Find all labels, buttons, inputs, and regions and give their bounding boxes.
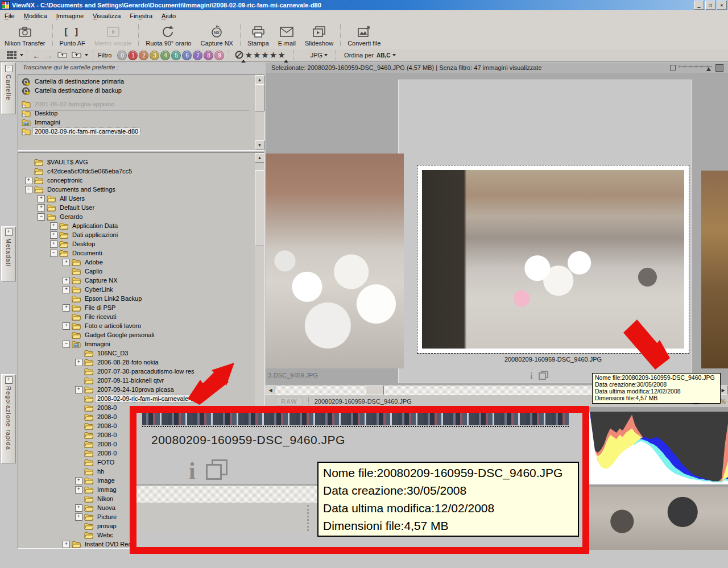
tree-item[interactable]: +Adobe: [18, 258, 264, 267]
number-badge-2[interactable]: 2: [139, 51, 148, 60]
menu-aiuto[interactable]: Aiuto: [157, 11, 180, 21]
tab-regolazione-rapida[interactable]: + Regolazione rapida: [1, 374, 16, 463]
favorite-item[interactable]: Immagini: [18, 118, 264, 127]
toolbar-button-nikon-transfer[interactable]: Nikon Transfer: [0, 22, 50, 49]
expand-icon[interactable]: +: [50, 231, 57, 239]
selected-photo-frame[interactable]: [417, 165, 689, 353]
tree-item[interactable]: +2007-07-30-paracadutismo-low res: [18, 367, 264, 376]
tree-item[interactable]: −Immagini: [18, 339, 264, 349]
format-filter-dropdown[interactable]: JPG: [311, 52, 322, 59]
scroll-left-icon[interactable]: ◀: [266, 385, 275, 395]
folder-up-icon[interactable]: [57, 51, 68, 60]
close-button[interactable]: ✕: [717, 1, 727, 10]
raw-toggle-button[interactable]: RAW: [276, 397, 303, 406]
format-filter-caret-icon[interactable]: [324, 54, 328, 56]
tree-item[interactable]: +Epson Link2 Backup: [18, 294, 264, 303]
number-badge-3[interactable]: 3: [150, 51, 159, 60]
toolbar-button-converti-file[interactable]: Converti file: [343, 22, 385, 49]
favorite-item[interactable]: 2008-02-09-ric-fam-mi-carnevale-d80: [18, 127, 264, 136]
tree-item[interactable]: −Documenti: [18, 248, 264, 258]
toolbar-button-e-mail[interactable]: E-mail: [274, 22, 300, 49]
back-arrow-icon[interactable]: ←: [32, 51, 41, 60]
menu-modifica[interactable]: Modifica: [19, 11, 52, 21]
number-badge-7[interactable]: 7: [193, 51, 202, 60]
tree-item[interactable]: +106NC_D3: [18, 349, 264, 358]
tree-item[interactable]: +Desktop: [18, 239, 264, 248]
tree-item[interactable]: +Capture NX: [18, 276, 264, 285]
tree-item[interactable]: +Gadget Google personali: [18, 330, 264, 339]
tree-item[interactable]: +File ricevuti: [18, 312, 264, 321]
toolbar-button-stampa[interactable]: Stampa: [243, 22, 274, 49]
tree-item[interactable]: +Dati applicazioni: [18, 230, 264, 239]
expand-icon[interactable]: +: [38, 204, 45, 212]
expand-icon[interactable]: +: [63, 286, 70, 293]
tree-item[interactable]: +Application Data: [18, 221, 264, 230]
menu-visualizza[interactable]: Visualizza: [88, 11, 125, 21]
thumbnail-photo-previous[interactable]: [266, 154, 404, 368]
expand-icon[interactable]: +: [75, 513, 82, 521]
favorite-item[interactable]: Cartella di destinazione primaria: [18, 77, 264, 86]
expand-icon[interactable]: +: [63, 277, 70, 284]
expand-icon[interactable]: +: [75, 477, 82, 484]
expand-icon[interactable]: +: [63, 322, 70, 330]
expand-icon[interactable]: +: [75, 359, 82, 366]
tree-item[interactable]: +2007-09-24-10prova picasa: [18, 385, 264, 394]
expand-icon[interactable]: +: [75, 386, 82, 393]
collapse-icon[interactable]: −: [63, 341, 70, 348]
menu-file[interactable]: File: [0, 11, 19, 21]
minimize-button[interactable]: _: [694, 1, 704, 10]
collapse-icon[interactable]: −: [38, 213, 45, 221]
scroll-down-icon[interactable]: ▼: [255, 140, 264, 150]
toolbar-button-slideshow[interactable]: Slideshow: [300, 22, 338, 49]
scroll-up-icon[interactable]: ▲: [255, 75, 264, 85]
expand-icon[interactable]: +: [38, 195, 45, 202]
collapse-icon[interactable]: −: [50, 250, 57, 257]
expand-icon[interactable]: +: [75, 486, 82, 494]
number-badge-5[interactable]: 5: [171, 51, 181, 60]
tree-item[interactable]: −Documents and Settings: [18, 185, 264, 194]
menu-immagine[interactable]: Immagine: [52, 11, 88, 21]
toolbar-button-capture-nx[interactable]: NXCapture NX: [196, 22, 237, 49]
favorites-scrollbar[interactable]: ▲ ▼: [255, 75, 264, 150]
collapse-box-icon[interactable]: −: [5, 65, 13, 72]
expand-icon[interactable]: +: [50, 222, 57, 230]
folder-dropdown-icon[interactable]: [72, 51, 82, 60]
tree-item[interactable]: +All Users: [18, 194, 264, 203]
number-badge-1[interactable]: 1: [128, 51, 138, 60]
tree-item[interactable]: +CyberLink: [18, 285, 264, 294]
thumbnail-photo-next[interactable]: [701, 171, 728, 368]
tree-item[interactable]: +Foto e articoli lavoro: [18, 321, 264, 330]
expand-icon[interactable]: +: [63, 304, 70, 312]
tree-item[interactable]: +2006-08-28-foto nokia: [18, 358, 264, 367]
expand-icon[interactable]: +: [63, 541, 70, 548]
tree-item[interactable]: +conceptronic: [18, 176, 264, 185]
tree-item[interactable]: −Gerardo: [18, 212, 264, 221]
favorite-item[interactable]: Cartella destinazione di backup: [18, 86, 264, 95]
folder-dropdown-caret-icon[interactable]: [85, 54, 88, 56]
tree-item[interactable]: +Default User: [18, 203, 264, 212]
scroll-up-icon[interactable]: ▲: [255, 153, 264, 163]
number-badge-9[interactable]: 9: [214, 51, 224, 60]
number-badge-6[interactable]: 6: [182, 51, 192, 60]
expand-box-icon[interactable]: +: [5, 376, 13, 384]
collapse-icon[interactable]: −: [25, 186, 32, 193]
restore-button[interactable]: ❐: [705, 1, 715, 10]
no-rating-icon[interactable]: [235, 51, 243, 60]
tab-metadati[interactable]: + Metadati: [1, 226, 16, 281]
tab-cartelle[interactable]: − Cartelle: [1, 63, 16, 114]
view-mode-grid-icon[interactable]: [7, 51, 16, 60]
number-badge-4[interactable]: 4: [160, 51, 170, 60]
favorite-item[interactable]: 2001-06-02-famiglia-appiano: [18, 99, 264, 109]
expand-icon[interactable]: +: [75, 504, 82, 512]
thumbnail-size-slider[interactable]: [678, 64, 713, 72]
toolbar-button-ruota-90-orario[interactable]: Ruota 90° orario: [141, 22, 196, 49]
tree-item[interactable]: +2007-09-11-bicknell qtvr: [18, 376, 264, 385]
view-mode-caret-icon[interactable]: [20, 54, 23, 56]
menu-finestra[interactable]: Finestra: [125, 11, 157, 21]
rating-range-start-handle[interactable]: [241, 60, 246, 63]
tree-item[interactable]: +Caplio: [18, 267, 264, 276]
number-badge-0[interactable]: 0: [117, 51, 127, 60]
number-badge-8[interactable]: 8: [204, 51, 213, 60]
thumbnail-photo-selected[interactable]: [422, 170, 684, 349]
forward-arrow-icon[interactable]: →: [44, 51, 53, 60]
